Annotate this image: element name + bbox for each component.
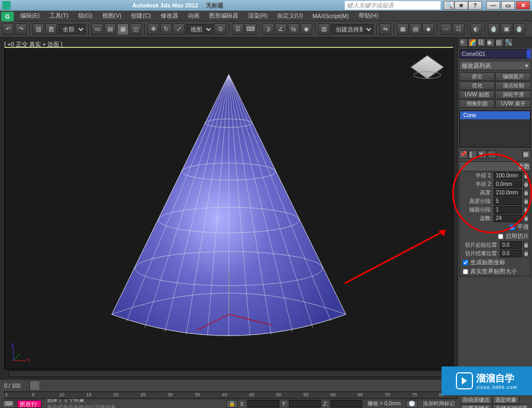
- spinner-sides[interactable]: [523, 215, 529, 222]
- pin-stack-icon[interactable]: 📌: [459, 150, 468, 159]
- spinner-capsegs[interactable]: [523, 206, 529, 214]
- maximize-button[interactable]: ▭: [501, 1, 515, 10]
- rotate-button[interactable]: ↻: [160, 23, 172, 35]
- show-end-result-icon[interactable]: ‖: [469, 150, 477, 159]
- align-button[interactable]: ▦: [397, 23, 409, 35]
- unlink-button[interactable]: ⛓̸: [45, 23, 57, 35]
- input-heightsegs[interactable]: 5: [494, 198, 522, 205]
- menu-anim[interactable]: 动画: [184, 11, 204, 21]
- modifier-list-dropdown[interactable]: 修改器列表▾: [459, 61, 531, 70]
- checkbox-realworld[interactable]: [463, 269, 468, 274]
- parameters-header[interactable]: -参数: [460, 162, 530, 172]
- viewport-label[interactable]: [ +0 正交 真实 + 边面 ]: [4, 40, 62, 48]
- menu-customize[interactable]: 自定义(U): [273, 11, 307, 21]
- menu-modifiers[interactable]: 修改器: [156, 11, 182, 21]
- modbtn-bevelprofile[interactable]: 倒角剖面: [459, 100, 495, 108]
- manipulate-button[interactable]: ☰: [232, 23, 244, 35]
- object-name-field[interactable]: Cone001: [459, 49, 531, 59]
- lock-selection-icon[interactable]: 🔒: [226, 400, 238, 408]
- menu-help[interactable]: 帮助(H): [354, 11, 383, 21]
- modbtn-uvwmap[interactable]: UVW 贴图: [459, 91, 495, 99]
- spinner-snap-button[interactable]: ◉: [301, 23, 312, 35]
- render-frame-button[interactable]: ▣: [501, 23, 512, 35]
- input-radius2[interactable]: 0.0mm: [494, 181, 522, 188]
- pivot-button[interactable]: ⊙: [214, 23, 226, 35]
- modbtn-turbosmooth[interactable]: 涡轮平滑: [495, 91, 531, 99]
- make-unique-icon[interactable]: ∀: [478, 150, 487, 159]
- link-button[interactable]: ⛓: [32, 23, 44, 35]
- snap-toggle-button[interactable]: 3: [262, 23, 274, 35]
- curve-editor-button[interactable]: 〰: [440, 23, 452, 35]
- time-slider[interactable]: [29, 381, 30, 390]
- render-button[interactable]: 🍵: [513, 23, 525, 35]
- tab-create-icon[interactable]: ✳: [459, 38, 468, 47]
- modbtn-vertexpaint[interactable]: 顶点绘制: [495, 81, 531, 90]
- redo-button[interactable]: ↷: [15, 23, 27, 35]
- coord-x-input[interactable]: [247, 400, 279, 407]
- spinner-height[interactable]: [523, 189, 529, 197]
- menu-tools[interactable]: 工具(T): [45, 11, 73, 21]
- help-search-input[interactable]: 键入关键字或短语: [345, 1, 440, 10]
- stack-item-cone[interactable]: Cone: [460, 111, 530, 119]
- angle-snap-button[interactable]: ∠: [275, 23, 287, 35]
- menu-edit[interactable]: 编辑(E): [16, 11, 44, 21]
- modbtn-uvwunwrap[interactable]: UVW 展开: [495, 100, 531, 108]
- coord-y-input[interactable]: [289, 400, 321, 407]
- viewport-h-scroll[interactable]: [9, 371, 449, 377]
- menu-view[interactable]: 视图(V): [98, 11, 126, 21]
- spinner-radius1[interactable]: [523, 172, 529, 179]
- tab-display-icon[interactable]: ▥: [495, 38, 504, 47]
- search-icon[interactable]: 🔍: [444, 1, 454, 10]
- time-tag-icon[interactable]: 🕐: [406, 400, 418, 408]
- coord-z-input[interactable]: [330, 400, 362, 407]
- keyboard-shortcut-button[interactable]: ⌨: [245, 23, 256, 35]
- edit-named-sets[interactable]: ▥: [318, 23, 330, 35]
- spinner-radius2[interactable]: [523, 181, 529, 188]
- set-key-button[interactable]: 设置关键点: [460, 404, 492, 409]
- checkbox-smooth[interactable]: [510, 225, 515, 230]
- graphite-button[interactable]: ◆: [422, 23, 434, 35]
- window-crossing-button[interactable]: ◫: [130, 23, 142, 35]
- now-line-button[interactable]: 所在行:: [17, 400, 41, 408]
- select-region-button[interactable]: ▦: [117, 23, 129, 35]
- menu-render[interactable]: 渲染(R): [244, 11, 272, 21]
- selection-filter-dropdown[interactable]: 全部: [58, 24, 86, 35]
- tab-modify-icon[interactable]: 🌈: [468, 38, 477, 47]
- checkbox-genuv[interactable]: [463, 260, 468, 265]
- tab-motion-icon[interactable]: ◉: [486, 38, 495, 47]
- move-button[interactable]: ✥: [147, 23, 159, 35]
- input-height[interactable]: 210.0mm: [494, 189, 522, 197]
- minimize-button[interactable]: —: [486, 1, 500, 10]
- menu-graph[interactable]: 图形编辑器: [205, 11, 243, 21]
- checkbox-slice[interactable]: [498, 234, 503, 239]
- layers-button[interactable]: ▤: [410, 23, 421, 35]
- tab-hierarchy-icon[interactable]: ⛓: [477, 38, 486, 47]
- close-button[interactable]: ✕: [516, 1, 530, 10]
- scale-button[interactable]: ⤢: [173, 23, 185, 35]
- spinner-slice-to[interactable]: [523, 250, 529, 257]
- material-editor-button[interactable]: ◐: [470, 23, 482, 35]
- modbtn-extrude[interactable]: 挤出: [459, 72, 495, 81]
- input-radius1[interactable]: 100.0mm: [494, 172, 522, 179]
- percent-snap-button[interactable]: %: [288, 23, 300, 35]
- input-capsegs[interactable]: 1: [494, 206, 522, 214]
- help-icon[interactable]: ?: [468, 1, 482, 10]
- named-set-dropdown[interactable]: 创建选择集: [331, 24, 373, 35]
- add-time-tag[interactable]: 添加时间标记: [420, 400, 458, 407]
- configure-sets-icon[interactable]: ▦: [522, 150, 531, 159]
- spinner-heightsegs[interactable]: [523, 198, 529, 205]
- remove-mod-icon[interactable]: ✂: [488, 150, 496, 159]
- input-slice-to[interactable]: 0.0: [500, 250, 522, 257]
- viewport[interactable]: z x: [4, 47, 453, 370]
- ref-coord-dropdown[interactable]: 视图: [186, 24, 213, 35]
- tips-icon[interactable]: ★: [454, 1, 468, 10]
- menu-create[interactable]: 创建(C): [127, 11, 155, 21]
- tab-utilities-icon[interactable]: 🔧: [504, 38, 513, 47]
- auto-key-button[interactable]: 自动关键点: [460, 396, 492, 404]
- modbtn-optimize[interactable]: 优化: [459, 81, 495, 90]
- app-logo-icon[interactable]: G: [1, 12, 14, 21]
- spinner-slice-from[interactable]: [523, 241, 529, 249]
- select-name-button[interactable]: ▤: [104, 23, 116, 35]
- mirror-button[interactable]: ⇋: [379, 23, 391, 35]
- undo-button[interactable]: ↶: [2, 23, 14, 35]
